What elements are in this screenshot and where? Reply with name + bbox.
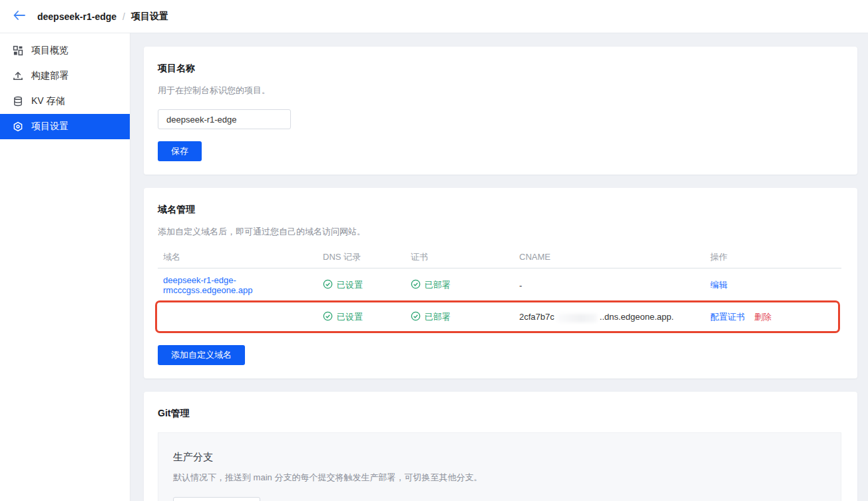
- check-circle-icon: [323, 311, 333, 323]
- configure-cert-link[interactable]: 配置证书: [710, 311, 745, 323]
- project-name-input[interactable]: [158, 109, 291, 129]
- back-button[interactable]: [11, 9, 27, 25]
- table-row-default-domain: deepseek-r1-edge-rmcccgss.edgeone.app 已设…: [158, 268, 841, 302]
- domain-card-description: 添加自定义域名后，即可通过您自己的域名访问网站。: [158, 226, 841, 238]
- sidebar-item-label: 项目概览: [31, 45, 69, 57]
- breadcrumb-current: 项目设置: [131, 11, 168, 23]
- database-icon: [12, 96, 23, 107]
- col-header-cert: 证书: [411, 251, 519, 263]
- cert-status-badge: 已部署: [411, 311, 519, 323]
- col-header-actions: 操作: [710, 251, 841, 263]
- breadcrumb-separator: /: [122, 11, 125, 22]
- masked-cname-segment: [557, 314, 597, 322]
- domain-management-card: 域名管理 添加自定义域名后，即可通过您自己的域名访问网站。 域名 DNS 记录 …: [144, 188, 857, 378]
- branch-select[interactable]: main: [173, 497, 260, 501]
- cname-suffix: ..dns.edgeone.app.: [600, 312, 674, 322]
- main-content: 项目名称 用于在控制台标识您的项目。 保存 域名管理 添加自定义域名后，即可通过…: [130, 33, 868, 501]
- dns-status-badge: 已设置: [323, 279, 411, 291]
- dns-status-text: 已设置: [337, 311, 363, 323]
- cert-status-text: 已部署: [425, 279, 451, 291]
- domain-table: 域名 DNS 记录 证书 CNAME 操作 deepseek-r1-edge-r…: [158, 246, 841, 332]
- sidebar-item-project-settings[interactable]: 项目设置: [0, 114, 130, 139]
- top-bar: deepseek-r1-edge / 项目设置: [0, 0, 868, 33]
- dns-status-text: 已设置: [337, 279, 363, 291]
- arrow-left-icon: [13, 11, 25, 22]
- save-button[interactable]: 保存: [158, 141, 202, 161]
- git-card-title: Git管理: [158, 408, 841, 420]
- upload-deploy-icon: [12, 71, 23, 82]
- breadcrumb-project[interactable]: deepseek-r1-edge: [37, 11, 116, 22]
- domain-table-header: 域名 DNS 记录 证书 CNAME 操作: [158, 246, 841, 268]
- sidebar: 项目概览 构建部署 KV 存储: [0, 33, 130, 501]
- add-custom-domain-button[interactable]: 添加自定义域名: [158, 345, 245, 365]
- domain-card-title: 域名管理: [158, 204, 841, 216]
- col-header-domain: 域名: [158, 251, 323, 263]
- sidebar-item-kv-storage[interactable]: KV 存储: [0, 89, 130, 114]
- col-header-dns: DNS 记录: [323, 251, 411, 263]
- sidebar-item-label: 构建部署: [31, 70, 69, 82]
- settings-hexagon-icon: [12, 121, 23, 133]
- production-branch-panel: 生产分支 默认情况下，推送到 main 分支的每个提交将触发生产部署，可切换至其…: [158, 432, 841, 501]
- production-branch-title: 生产分支: [173, 451, 825, 464]
- delete-domain-link[interactable]: 删除: [754, 311, 771, 323]
- cert-status-badge: 已部署: [411, 279, 519, 291]
- project-name-description: 用于在控制台标识您的项目。: [158, 85, 841, 97]
- dns-status-badge: 已设置: [323, 311, 411, 323]
- check-circle-icon: [411, 279, 421, 291]
- grid-overview-icon: [12, 45, 23, 57]
- check-circle-icon: [323, 279, 333, 291]
- sidebar-item-label: KV 存储: [31, 95, 65, 107]
- default-domain-link[interactable]: deepseek-r1-edge-rmcccgss.edgeone.app: [163, 275, 252, 295]
- breadcrumb: deepseek-r1-edge / 项目设置: [37, 11, 168, 23]
- git-management-card: Git管理 生产分支 默认情况下，推送到 main 分支的每个提交将触发生产部署…: [144, 392, 857, 501]
- project-name-title: 项目名称: [158, 63, 841, 75]
- edit-domain-link[interactable]: 编辑: [710, 279, 728, 291]
- check-circle-icon: [411, 311, 421, 323]
- col-header-cname: CNAME: [519, 252, 710, 262]
- sidebar-item-build-deploy[interactable]: 构建部署: [0, 63, 130, 89]
- cname-value: -: [519, 280, 710, 290]
- cert-status-text: 已部署: [425, 311, 451, 323]
- project-name-card: 项目名称 用于在控制台标识您的项目。 保存: [144, 47, 857, 175]
- sidebar-item-label: 项目设置: [31, 121, 69, 133]
- cname-prefix: 2cfa7b7c: [519, 312, 554, 322]
- table-row-custom-domain: 已设置 已部署 2cfa7b7c..dns.edgeone.app.: [158, 302, 841, 332]
- production-branch-description: 默认情况下，推送到 main 分支的每个提交将触发生产部署，可切换至其他分支。: [173, 472, 825, 484]
- cname-value: 2cfa7b7c..dns.edgeone.app.: [519, 312, 710, 322]
- sidebar-item-project-overview[interactable]: 项目概览: [0, 38, 130, 63]
